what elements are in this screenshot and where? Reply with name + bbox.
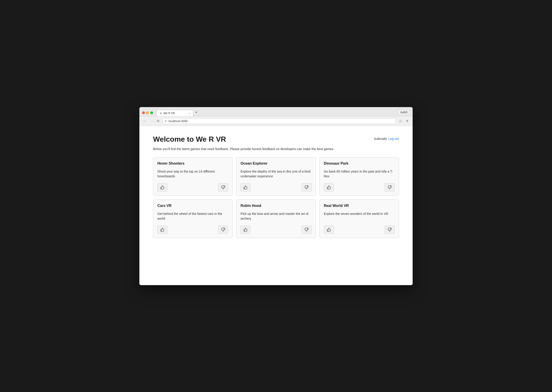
back-button[interactable]: ← <box>142 119 147 124</box>
browser-addressbar: ← → ↻ 🗎 localhost:3000 ☆ ≡ <box>139 116 413 126</box>
browser-window: 🗎 We R VR × + Auth0 ← → ↻ 🗎 localhost:30… <box>139 107 413 285</box>
thumbs-up-button-robin-hood[interactable] <box>240 225 250 234</box>
game-title-ocean-explorer: Ocean Explorer <box>240 161 311 166</box>
thumbs-down-button-robin-hood[interactable] <box>302 225 312 234</box>
game-description-dinosaur-park: Go back 65 million years in the past and… <box>324 169 395 179</box>
thumbs-up-icon <box>327 185 331 189</box>
page-content: Welcome to We R VR kukicado Log out Belo… <box>139 126 413 285</box>
address-icon: 🗎 <box>165 119 167 122</box>
refresh-button[interactable]: ↻ <box>156 119 161 124</box>
game-title-hover-shooters: Hover Shooters <box>157 161 228 166</box>
address-text: localhost:3000 <box>168 119 188 123</box>
game-title-dinosaur-park: Dinosaur Park <box>324 161 395 166</box>
user-section: kukicado Log out <box>374 135 399 140</box>
thumbs-down-button-hover-shooters[interactable] <box>218 183 228 191</box>
game-card-cars-vr: Cars VR Get behind the wheel of the fast… <box>153 199 232 238</box>
game-actions-dinosaur-park <box>324 183 395 191</box>
thumbs-up-button-hover-shooters[interactable] <box>157 183 167 191</box>
minimize-window-button[interactable] <box>146 112 149 114</box>
page-header: Welcome to We R VR kukicado Log out <box>153 135 399 143</box>
game-title-robin-hood: Robin Hood <box>240 204 311 208</box>
username-label: kukicado <box>374 137 387 140</box>
menu-button[interactable]: ≡ <box>404 118 410 124</box>
maximize-window-button[interactable] <box>150 112 153 114</box>
game-actions-hover-shooters <box>157 183 228 191</box>
thumbs-down-icon <box>221 228 225 232</box>
forward-button[interactable]: → <box>149 119 154 124</box>
game-card-ocean-explorer: Ocean Explorer Explore the depths of the… <box>236 157 316 196</box>
tab-title: We R VR <box>164 112 175 115</box>
game-description-real-world-vr: Explore the seven wonders of the world i… <box>324 211 395 221</box>
page-title: Welcome to We R VR <box>153 135 226 143</box>
thumbs-up-button-real-world-vr[interactable] <box>324 225 334 234</box>
game-card-real-world-vr: Real World VR Explore the seven wonders … <box>320 199 399 238</box>
auth0-button[interactable]: Auth0 <box>398 110 410 115</box>
thumbs-up-button-dinosaur-park[interactable] <box>324 183 334 191</box>
game-description-hover-shooters: Shoot your way to the top on 14 differen… <box>157 169 228 179</box>
game-description-robin-hood: Pick up the bow and arrow and master the… <box>240 211 311 221</box>
traffic-lights <box>142 112 153 114</box>
thumbs-down-button-real-world-vr[interactable] <box>385 225 395 234</box>
thumbs-down-button-cars-vr[interactable] <box>218 225 228 234</box>
game-card-dinosaur-park: Dinosaur Park Go back 65 million years i… <box>320 157 399 196</box>
thumbs-down-icon <box>388 185 392 189</box>
thumbs-up-button-ocean-explorer[interactable] <box>240 183 250 191</box>
tab-page-icon: 🗎 <box>160 112 162 115</box>
game-description-cars-vr: Get behind the wheel of the fastest cars… <box>157 211 228 221</box>
game-actions-ocean-explorer <box>240 183 311 191</box>
thumbs-up-icon <box>243 185 247 189</box>
thumbs-up-button-cars-vr[interactable] <box>157 225 167 234</box>
page-subtitle: Below you'll find the latest games that … <box>153 147 399 151</box>
game-actions-robin-hood <box>240 225 311 234</box>
bookmark-button[interactable]: ☆ <box>398 118 403 124</box>
game-title-cars-vr: Cars VR <box>157 204 228 208</box>
thumbs-down-button-dinosaur-park[interactable] <box>385 183 395 191</box>
logout-link[interactable]: Log out <box>388 137 399 140</box>
thumbs-down-icon <box>388 228 392 232</box>
browser-titlebar: 🗎 We R VR × + Auth0 <box>139 107 413 116</box>
thumbs-down-icon <box>221 185 225 189</box>
toolbar-right: ☆ ≡ <box>398 118 410 124</box>
tab-close-button[interactable]: × <box>189 112 190 115</box>
game-grid: Hover Shooters Shoot your way to the top… <box>153 157 399 238</box>
game-description-ocean-explorer: Explore the depths of the sea in this on… <box>240 169 311 179</box>
game-actions-cars-vr <box>157 225 228 234</box>
thumbs-up-icon <box>243 228 247 232</box>
thumbs-down-icon <box>305 185 309 189</box>
thumbs-up-icon <box>160 185 164 189</box>
game-actions-real-world-vr <box>324 225 395 234</box>
game-title-real-world-vr: Real World VR <box>324 204 395 208</box>
game-card-robin-hood: Robin Hood Pick up the bow and arrow and… <box>236 199 316 238</box>
thumbs-up-icon <box>160 228 164 232</box>
address-bar[interactable]: 🗎 localhost:3000 <box>163 118 396 124</box>
tab-bar: 🗎 We R VR × + <box>157 109 396 116</box>
game-card-hover-shooters: Hover Shooters Shoot your way to the top… <box>153 157 232 196</box>
active-tab[interactable]: 🗎 We R VR × <box>157 110 193 116</box>
thumbs-down-button-ocean-explorer[interactable] <box>302 183 312 191</box>
new-tab-button[interactable]: + <box>193 109 199 116</box>
thumbs-down-icon <box>305 228 309 232</box>
thumbs-up-icon <box>327 228 331 232</box>
close-window-button[interactable] <box>142 112 145 114</box>
